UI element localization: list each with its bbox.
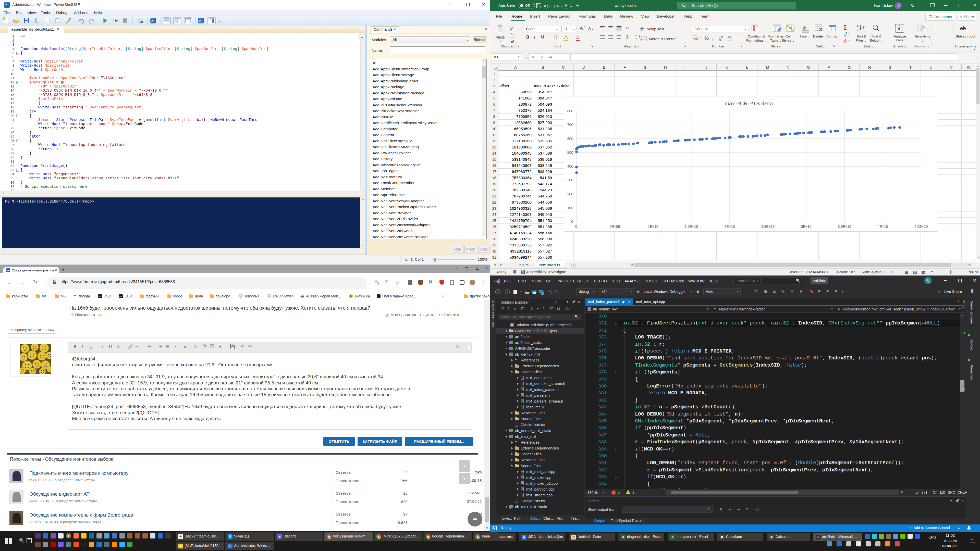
svg-text:→0: →0 bbox=[727, 38, 732, 41]
svg-text:,: , bbox=[712, 35, 714, 41]
svg-text:>: > bbox=[151, 19, 153, 23]
svg-text:3,5E+10: 3,5E+10 bbox=[838, 224, 851, 229]
svg-text:max PCR-PTS delta: max PCR-PTS delta bbox=[724, 100, 773, 106]
svg-text:A: A bbox=[856, 24, 859, 28]
svg-text:600: 600 bbox=[567, 137, 573, 141]
svg-text:Paste: Paste bbox=[496, 35, 505, 39]
svg-text:300: 300 bbox=[567, 178, 573, 182]
svg-text:0: 0 bbox=[571, 220, 573, 224]
svg-text:0: 0 bbox=[575, 224, 577, 229]
svg-text:2E+10: 2E+10 bbox=[724, 224, 735, 229]
svg-text:1,5E+10: 1,5E+10 bbox=[685, 224, 698, 229]
svg-text:100: 100 bbox=[567, 206, 573, 210]
svg-text:Z: Z bbox=[856, 28, 859, 32]
svg-text:5E+09: 5E+09 bbox=[610, 224, 620, 229]
svg-text:%: % bbox=[704, 35, 709, 41]
svg-text:4,5E+10: 4,5E+10 bbox=[915, 224, 928, 229]
svg-text:>_: >_ bbox=[199, 19, 203, 23]
svg-text:←0: ←0 bbox=[719, 35, 723, 38]
svg-text:200: 200 bbox=[567, 192, 573, 196]
svg-text:.00: .00 bbox=[727, 35, 731, 38]
svg-text:A: A bbox=[565, 3, 567, 8]
svg-text:400: 400 bbox=[567, 164, 573, 168]
svg-text:3E+10: 3E+10 bbox=[801, 224, 811, 229]
svg-text:.00: .00 bbox=[719, 38, 722, 41]
svg-text:A: A bbox=[576, 35, 579, 40]
svg-text:¤: ¤ bbox=[693, 37, 694, 39]
svg-text:2,5E+10: 2,5E+10 bbox=[761, 224, 775, 229]
svg-text:800: 800 bbox=[567, 109, 573, 113]
svg-text:1E+10: 1E+10 bbox=[648, 224, 659, 229]
svg-text:4E+10: 4E+10 bbox=[878, 224, 888, 229]
svg-text:500: 500 bbox=[567, 151, 573, 155]
svg-text:700: 700 bbox=[567, 123, 573, 127]
